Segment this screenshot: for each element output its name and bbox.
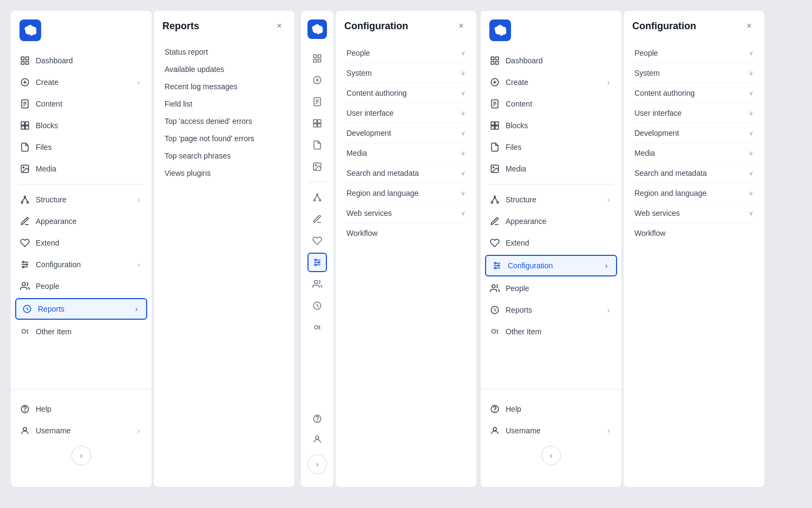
collapse-button[interactable]: ‹ [71, 446, 91, 465]
config-item-media[interactable]: Media ∨ [344, 143, 468, 163]
sidebar-item-files[interactable]: Files [11, 136, 152, 158]
sidebar-item-reports[interactable]: Reports › [15, 298, 147, 320]
mini-create-icon[interactable] [307, 70, 327, 90]
svg-rect-66 [491, 57, 494, 60]
sidebar-item-create[interactable]: Create › [11, 71, 152, 93]
config2-item-people[interactable]: People ∨ [632, 43, 756, 63]
chevron-down-icon: ∨ [461, 209, 466, 217]
close-button[interactable]: × [273, 19, 286, 32]
svg-point-18 [21, 202, 23, 203]
expand-button[interactable]: › [307, 454, 327, 474]
flyout-item-access-denied[interactable]: Top 'access denied' errors [162, 113, 286, 130]
sidebar3-item-blocks[interactable]: Blocks [481, 115, 621, 136]
sidebar-item-media[interactable]: Media [11, 158, 152, 180]
mini-dashboard-icon[interactable] [307, 49, 327, 68]
sidebar-item-configuration[interactable]: Configuration › [11, 254, 152, 275]
help-label: Help [36, 405, 143, 413]
sidebar3-item-extend[interactable]: Extend [481, 232, 621, 254]
config-item-region-language[interactable]: Region and language ∨ [344, 183, 468, 203]
sidebar3-item-structure[interactable]: Structure › [481, 189, 621, 210]
sidebar3-item-username[interactable]: Username › [481, 420, 621, 441]
chevron-down-icon: ∨ [749, 129, 754, 137]
sidebar3-item-files[interactable]: Files [481, 136, 621, 158]
mini-user-icon[interactable] [307, 430, 327, 449]
sidebar3-item-reports[interactable]: Reports › [481, 299, 621, 321]
sidebar-item-other[interactable]: Ot Other Item [11, 321, 152, 342]
config-item-development[interactable]: Development ∨ [344, 123, 468, 143]
mini-media-icon[interactable] [307, 157, 327, 176]
other-icon: Ot [489, 326, 500, 337]
chevron-down-icon: ∨ [461, 49, 466, 57]
help-label: Help [506, 405, 613, 413]
config-item-system[interactable]: System ∨ [344, 63, 468, 83]
mini-reports-icon[interactable] [307, 296, 327, 315]
config2-item-web-services[interactable]: Web services ∨ [632, 203, 756, 223]
mini-people-icon[interactable] [307, 274, 327, 294]
config-item-user-interface[interactable]: User interface ∨ [344, 103, 468, 123]
sidebar3-item-media[interactable]: Media [481, 158, 621, 180]
config2-item-content-authoring[interactable]: Content authoring ∨ [632, 83, 756, 103]
flyout-item-updates[interactable]: Available updates [162, 61, 286, 78]
flyout-item-views-plugins[interactable]: Views plugins [162, 164, 286, 182]
flyout-item-log[interactable]: Recent log messages [162, 78, 286, 95]
config-item-search-metadata[interactable]: Search and metadata ∨ [344, 163, 468, 183]
sidebar3-item-dashboard[interactable]: Dashboard [481, 50, 621, 71]
config2-item-media[interactable]: Media ∨ [632, 143, 756, 163]
config-item-workflow[interactable]: Workflow [344, 223, 468, 243]
config-item-content-authoring[interactable]: Content authoring ∨ [344, 83, 468, 103]
sidebar-item-appearance[interactable]: Appearance [11, 210, 152, 232]
mini-content-icon[interactable] [307, 92, 327, 111]
sidebar3-item-create[interactable]: Create › [481, 71, 621, 93]
sidebar-item-username[interactable]: Username › [11, 420, 152, 441]
drupal-logo-3[interactable] [489, 19, 511, 41]
sidebar3-item-configuration[interactable]: Configuration › [485, 255, 617, 276]
sidebar3-item-people[interactable]: People [481, 278, 621, 299]
flyout-item-not-found[interactable]: Top 'page not found' errors [162, 130, 286, 147]
config-flyout-header-2: Configuration × [632, 19, 756, 32]
mini-help-icon[interactable] [307, 409, 327, 428]
sidebar-item-content[interactable]: Content [11, 93, 152, 115]
sidebar-item-help[interactable]: Help [11, 398, 152, 420]
config2-item-user-interface[interactable]: User interface ∨ [632, 103, 756, 123]
flyout-item-search-phrases[interactable]: Top search phrases [162, 147, 286, 164]
mini-files-icon[interactable] [307, 135, 327, 155]
sidebar-item-blocks[interactable]: Blocks [11, 115, 152, 136]
blocks-label: Blocks [36, 121, 143, 130]
config2-item-development[interactable]: Development ∨ [632, 123, 756, 143]
config-workflow-label: Workflow [346, 229, 377, 237]
sidebar3-item-other[interactable]: Ot Other Item [481, 321, 621, 342]
config-item-web-services[interactable]: Web services ∨ [344, 203, 468, 223]
sidebar3-item-appearance[interactable]: Appearance [481, 210, 621, 232]
config-item-people[interactable]: People ∨ [344, 43, 468, 63]
collapse-button-3[interactable]: ‹ [541, 446, 561, 465]
chevron-right-icon: › [132, 305, 141, 313]
sidebar-panel-3: Dashboard Create › Content [481, 11, 621, 487]
reports-flyout: Reports × Status report Available update… [154, 11, 294, 487]
config2-item-search-metadata[interactable]: Search and metadata ∨ [632, 163, 756, 183]
mini-config-icon[interactable] [307, 253, 327, 272]
mini-appearance-icon[interactable] [307, 209, 327, 229]
sidebar-item-structure[interactable]: Structure › [11, 189, 152, 210]
mini-other-icon[interactable]: Ot [307, 318, 327, 337]
svg-rect-2 [21, 62, 24, 64]
sidebar-item-dashboard[interactable]: Dashboard [11, 50, 152, 71]
drupal-logo[interactable] [19, 19, 41, 41]
mini-sidebar: Ot › [301, 11, 333, 487]
config2-item-region-language[interactable]: Region and language ∨ [632, 183, 756, 203]
chevron-down-icon: ∨ [461, 129, 466, 137]
sidebar-item-people[interactable]: People [11, 275, 152, 297]
mini-drupal-logo[interactable] [307, 19, 327, 39]
mini-blocks-icon[interactable] [307, 114, 327, 133]
flyout-item-status[interactable]: Status report [162, 43, 286, 61]
mini-extend-icon[interactable] [307, 231, 327, 250]
sidebar3-item-content[interactable]: Content [481, 93, 621, 115]
config-close-button-1[interactable]: × [455, 19, 468, 32]
create-label: Create [36, 78, 129, 87]
mini-structure-icon[interactable] [307, 188, 327, 207]
flyout-item-field-list[interactable]: Field list [162, 95, 286, 113]
config-close-button-2[interactable]: × [743, 19, 756, 32]
sidebar-item-extend[interactable]: Extend [11, 232, 152, 254]
config2-item-workflow[interactable]: Workflow [632, 223, 756, 243]
sidebar3-item-help[interactable]: Help [481, 398, 621, 420]
config2-item-system[interactable]: System ∨ [632, 63, 756, 83]
